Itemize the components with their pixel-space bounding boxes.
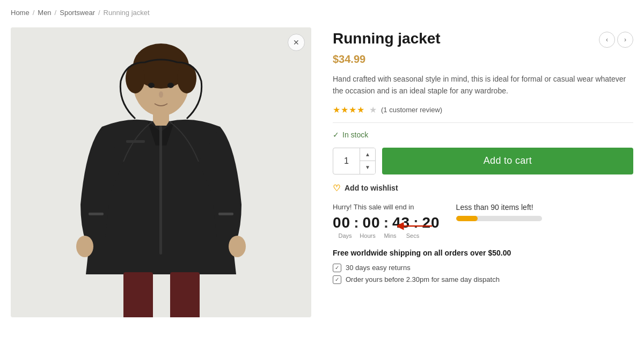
breadcrumb: Home / Men / Sportswear / Running jacket bbox=[11, 9, 633, 17]
sale-section: Hurry! This sale will end in 00 : 00 : 4… bbox=[333, 203, 633, 239]
quantity-increase-button[interactable]: ▲ bbox=[360, 148, 375, 162]
details-panel: Running jacket ‹ › $34.99 Hand crafted w… bbox=[333, 27, 633, 284]
stock-bar-fill bbox=[456, 216, 478, 221]
free-shipping-label: Free worldwide shipping on all orders ov… bbox=[333, 249, 633, 257]
add-to-cart-button[interactable]: Add to cart bbox=[382, 148, 633, 174]
red-arrow-icon bbox=[397, 218, 435, 234]
feature-check-icon-2: ✓ bbox=[333, 275, 341, 284]
star-rating: ★★★★ bbox=[333, 105, 365, 115]
add-to-cart-row: 1 ▲ ▼ Add to cart bbox=[333, 148, 633, 174]
breadcrumb-sportswear[interactable]: Sportswear bbox=[60, 9, 95, 17]
unit-days: Days bbox=[334, 232, 356, 239]
breadcrumb-sep-3: / bbox=[98, 9, 100, 17]
feature-label-1: 30 days easy returns bbox=[346, 264, 411, 272]
feature-check-icon-1: ✓ bbox=[333, 264, 341, 272]
product-nav-arrows: ‹ › bbox=[599, 32, 633, 48]
feature-item-1: ✓ 30 days easy returns bbox=[333, 264, 633, 272]
feature-label-2: Order yours before 2.30pm for same day d… bbox=[346, 275, 500, 283]
svg-point-11 bbox=[167, 83, 174, 88]
feature-item-2: ✓ Order yours before 2.30pm for same day… bbox=[333, 275, 633, 284]
colon-2: : bbox=[384, 214, 389, 231]
svg-rect-16 bbox=[218, 213, 233, 215]
svg-rect-13 bbox=[123, 272, 153, 317]
wishlist-row[interactable]: ♡ Add to wishlist bbox=[333, 183, 633, 193]
svg-point-4 bbox=[229, 236, 246, 257]
colon-1: : bbox=[354, 214, 359, 231]
stars-row: ★★★★ ★ (1 customer review) bbox=[333, 105, 633, 115]
unit-hours: Hours bbox=[356, 232, 379, 239]
breadcrumb-home[interactable]: Home bbox=[11, 9, 30, 17]
sale-label: Hurry! This sale will end in bbox=[333, 203, 440, 211]
in-stock-badge: ✓ In stock bbox=[333, 130, 633, 139]
svg-rect-15 bbox=[89, 213, 104, 215]
countdown-block: Hurry! This sale will end in 00 : 00 : 4… bbox=[333, 203, 440, 239]
product-image-panel: ✕ bbox=[11, 27, 311, 317]
wishlist-label: Add to wishlist bbox=[345, 184, 398, 192]
stock-label: Less than 90 items left! bbox=[456, 203, 633, 212]
stock-bar bbox=[456, 216, 542, 221]
quantity-value: 1 bbox=[333, 148, 360, 174]
svg-point-12 bbox=[159, 91, 163, 98]
prev-product-button[interactable]: ‹ bbox=[599, 32, 615, 48]
product-layout: ✕ bbox=[11, 27, 633, 317]
image-close-button[interactable]: ✕ bbox=[288, 34, 305, 51]
product-title: Running jacket bbox=[333, 30, 441, 48]
breadcrumb-current: Running jacket bbox=[104, 9, 150, 17]
page-wrapper: Home / Men / Sportswear / Running jacket… bbox=[0, 0, 644, 326]
quantity-decrease-button[interactable]: ▼ bbox=[360, 161, 375, 174]
countdown-hours: 00 bbox=[362, 214, 380, 231]
divider-1 bbox=[333, 122, 633, 123]
quantity-control: 1 ▲ ▼ bbox=[333, 148, 376, 174]
star-half: ★ bbox=[369, 105, 377, 115]
heart-icon: ♡ bbox=[333, 183, 340, 193]
product-description: Hand crafted with seasonal style in mind… bbox=[333, 73, 633, 97]
svg-rect-6 bbox=[126, 140, 145, 143]
svg-point-3 bbox=[76, 236, 93, 257]
svg-rect-14 bbox=[170, 272, 200, 317]
breadcrumb-men[interactable]: Men bbox=[38, 9, 51, 17]
product-image-svg bbox=[11, 27, 311, 317]
in-stock-check-icon: ✓ bbox=[333, 130, 339, 139]
svg-point-10 bbox=[148, 83, 155, 88]
svg-rect-5 bbox=[159, 126, 162, 254]
countdown-days: 00 bbox=[333, 214, 350, 231]
svg-rect-2 bbox=[153, 112, 169, 126]
breadcrumb-sep-1: / bbox=[33, 9, 35, 17]
quantity-arrows: ▲ ▼ bbox=[360, 148, 375, 174]
breadcrumb-sep-2: / bbox=[55, 9, 57, 17]
features-list: ✓ 30 days easy returns ✓ Order yours bef… bbox=[333, 264, 633, 284]
in-stock-label: In stock bbox=[342, 130, 368, 139]
review-count: (1 customer review) bbox=[381, 106, 442, 114]
product-price: $34.99 bbox=[333, 53, 633, 66]
next-product-button[interactable]: › bbox=[617, 32, 633, 48]
product-title-row: Running jacket ‹ › bbox=[333, 30, 633, 48]
stock-block: Less than 90 items left! bbox=[456, 203, 633, 221]
product-image bbox=[11, 27, 311, 317]
